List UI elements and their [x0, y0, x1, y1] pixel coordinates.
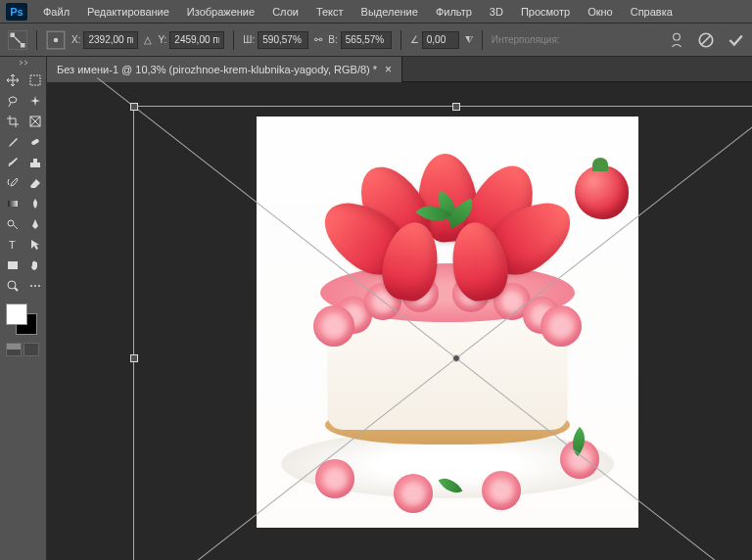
- tab-title: Без имени-1 @ 10,3% (pirozhnoe-krem-klub…: [57, 64, 377, 75]
- screen-mode-icon[interactable]: [24, 343, 39, 356]
- w-label: Ш:: [243, 34, 255, 45]
- tool-blur[interactable]: [24, 194, 46, 213]
- tools-panel: T: [0, 57, 47, 560]
- menu-filter[interactable]: Фильтр: [428, 3, 480, 21]
- angle-field: ∠: [410, 31, 459, 49]
- h-field: В:: [328, 31, 391, 49]
- reference-point-icon[interactable]: [46, 30, 66, 50]
- svg-point-20: [30, 285, 32, 287]
- tool-move[interactable]: [2, 70, 24, 90]
- document-tab[interactable]: Без имени-1 @ 10,3% (pirozhnoe-krem-klub…: [47, 57, 402, 82]
- x-label: X:: [71, 34, 80, 45]
- color-swatches[interactable]: [6, 303, 41, 339]
- svg-line-7: [702, 35, 711, 44]
- menu-file[interactable]: Файл: [35, 3, 77, 21]
- angle-input[interactable]: [422, 31, 459, 49]
- svg-rect-17: [8, 261, 18, 269]
- document-tab-bar: Без имени-1 @ 10,3% (pirozhnoe-krem-klub…: [47, 57, 752, 82]
- tool-frame[interactable]: [24, 112, 46, 131]
- transform-handle-l[interactable]: [130, 354, 138, 362]
- menu-3d[interactable]: 3D: [482, 3, 511, 21]
- svg-point-5: [674, 33, 681, 40]
- h-label: В:: [328, 34, 337, 45]
- skew-h-icon[interactable]: ⧨: [465, 34, 473, 46]
- tool-quick-select[interactable]: [24, 91, 46, 111]
- foreground-color-swatch[interactable]: [6, 303, 27, 325]
- svg-rect-0: [11, 32, 16, 37]
- cancel-transform-icon[interactable]: [697, 31, 715, 49]
- transform-handle-t[interactable]: [452, 103, 460, 111]
- tool-pen[interactable]: [24, 214, 46, 234]
- quick-mask-icon[interactable]: [6, 343, 22, 356]
- tool-spot-heal[interactable]: [24, 132, 46, 152]
- svg-point-21: [34, 285, 36, 287]
- y-label: Y:: [158, 34, 166, 45]
- svg-rect-13: [8, 201, 18, 207]
- svg-rect-1: [21, 43, 25, 48]
- app-logo: Ps: [6, 3, 27, 21]
- menu-edit[interactable]: Редактирование: [79, 3, 177, 21]
- svg-text:T: T: [9, 239, 16, 251]
- svg-point-14: [8, 220, 14, 226]
- menu-text[interactable]: Текст: [308, 3, 352, 21]
- y-field: Y:: [158, 31, 224, 49]
- svg-point-4: [54, 37, 59, 42]
- transform-ref-icon[interactable]: [8, 30, 27, 50]
- link-icon[interactable]: ⚯: [314, 34, 322, 45]
- tool-marquee[interactable]: [24, 70, 46, 90]
- tool-history-brush[interactable]: [2, 173, 24, 193]
- transform-handle-tl[interactable]: [130, 103, 138, 111]
- toolbar-expand-icon[interactable]: [19, 60, 28, 68]
- options-bar: X: △ Y: Ш: ⚯ В: ∠ ⧨ Интерполяция:: [0, 23, 752, 57]
- warp-mode-icon[interactable]: [668, 31, 685, 49]
- svg-rect-8: [30, 75, 40, 85]
- menu-help[interactable]: Справка: [623, 3, 681, 21]
- menu-view[interactable]: Просмотр: [513, 3, 578, 21]
- canvas-viewport[interactable]: [47, 82, 752, 560]
- x-input[interactable]: [83, 31, 138, 49]
- angle-label: ∠: [410, 34, 419, 45]
- svg-point-22: [38, 285, 40, 287]
- mint-leaf-icon: [423, 185, 472, 234]
- svg-line-2: [15, 37, 21, 43]
- tool-lasso[interactable]: [2, 91, 24, 111]
- document-image: [257, 117, 638, 528]
- svg-line-19: [15, 288, 18, 291]
- svg-point-18: [8, 281, 16, 289]
- svg-line-15: [14, 225, 18, 229]
- tool-dodge[interactable]: [2, 214, 24, 234]
- x-field: X:: [71, 31, 138, 49]
- menu-select[interactable]: Выделение: [353, 3, 426, 21]
- tool-zoom[interactable]: [2, 276, 24, 296]
- tool-hand[interactable]: [24, 256, 46, 275]
- tool-crop[interactable]: [2, 112, 24, 131]
- strawberry-icon: [575, 165, 629, 219]
- w-field: Ш:: [243, 31, 308, 49]
- h-input[interactable]: [341, 31, 392, 49]
- tool-clone[interactable]: [24, 153, 46, 172]
- triangle-icon[interactable]: △: [144, 34, 152, 45]
- y-input[interactable]: [169, 31, 224, 49]
- w-input[interactable]: [258, 31, 308, 49]
- tool-rectangle[interactable]: [2, 256, 24, 275]
- canvas-area: Без имени-1 @ 10,3% (pirozhnoe-krem-klub…: [47, 57, 752, 560]
- tool-edit-toolbar[interactable]: [24, 276, 46, 296]
- tool-path-select[interactable]: [24, 235, 46, 255]
- menu-image[interactable]: Изображение: [179, 3, 262, 21]
- interp-label: Интерполяция:: [492, 34, 560, 45]
- menu-window[interactable]: Окно: [580, 3, 621, 21]
- svg-rect-12: [31, 138, 40, 145]
- tab-close-icon[interactable]: ×: [385, 63, 392, 76]
- tool-brush[interactable]: [2, 153, 24, 172]
- tool-eyedropper[interactable]: [2, 132, 24, 152]
- menu-bar: Ps Файл Редактирование Изображение Слои …: [0, 0, 752, 23]
- tool-gradient[interactable]: [2, 194, 24, 213]
- commit-transform-icon[interactable]: [727, 31, 744, 49]
- tool-type[interactable]: T: [2, 235, 24, 255]
- tool-eraser[interactable]: [24, 173, 46, 193]
- menu-layers[interactable]: Слои: [264, 3, 306, 21]
